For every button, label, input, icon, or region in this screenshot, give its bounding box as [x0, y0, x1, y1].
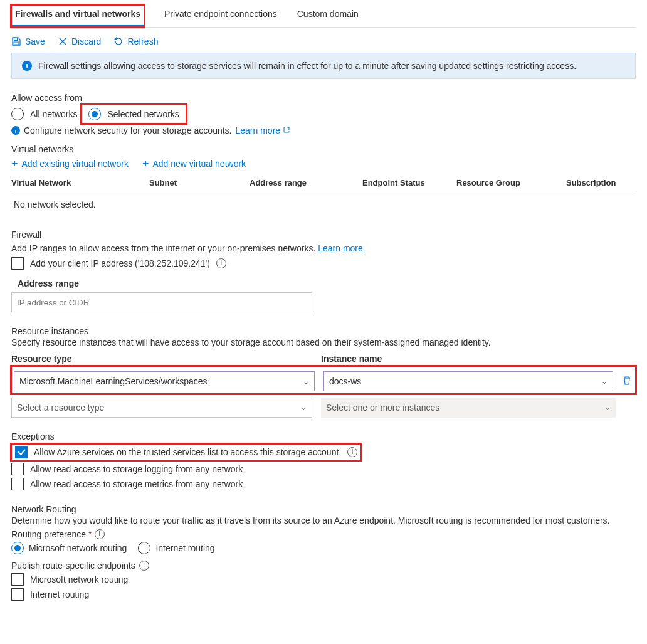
tab-private-endpoints[interactable]: Private endpoint connections — [164, 5, 277, 27]
exception-metrics-label: Allow read access to storage metrics fro… — [30, 479, 243, 489]
col-subnet: Subnet — [149, 178, 250, 187]
resource-instances-desc: Specify resource instances that will hav… — [11, 337, 636, 347]
refresh-label: Refresh — [127, 36, 158, 46]
network-routing-title: Network Routing — [11, 504, 636, 514]
exception-logging-label: Allow read access to storage logging fro… — [30, 464, 243, 474]
chevron-down-icon: ⌄ — [604, 403, 611, 412]
col-resource-type: Resource type — [11, 354, 312, 364]
tab-custom-domain[interactable]: Custom domain — [297, 5, 359, 27]
instance-name-placeholder-select: Select one or more instances ⌄ — [321, 398, 616, 418]
chevron-down-icon: ⌄ — [300, 403, 307, 412]
svg-rect-0 — [14, 38, 18, 41]
add-new-vnet-button[interactable]: + Add new virtual network — [142, 158, 246, 169]
required-asterisk: * — [88, 529, 92, 539]
publish-internet-routing-label: Internet routing — [30, 589, 89, 599]
add-client-ip-checkbox[interactable] — [11, 257, 24, 270]
exception-trusted-services-checkbox[interactable] — [15, 446, 28, 458]
info-icon[interactable]: i — [216, 258, 226, 268]
exceptions-section: Exceptions Allow Azure services on the t… — [11, 431, 636, 490]
tabs-bar: Firewalls and virtual networks Private e… — [11, 0, 636, 28]
vnet-empty-text: No network selected. — [11, 193, 636, 216]
instance-name-placeholder: Select one or more instances — [326, 403, 439, 413]
info-icon[interactable]: i — [347, 447, 357, 457]
learn-more-label: Learn more — [236, 125, 281, 135]
col-resource-group: Resource Group — [456, 178, 566, 187]
save-icon — [11, 36, 21, 46]
save-button[interactable]: Save — [11, 36, 45, 46]
firewall-learn-more-link[interactable]: Learn more. — [318, 243, 365, 253]
tab-firewalls[interactable]: Firewalls and virtual networks — [11, 5, 144, 27]
info-banner: i Firewall settings allowing access to s… — [11, 53, 636, 79]
firewall-title: Firewall — [11, 230, 636, 240]
publish-internet-routing-checkbox[interactable] — [11, 588, 24, 601]
chevron-down-icon: ⌄ — [303, 377, 309, 386]
radio-ms-routing-label: Microsoft network routing — [29, 543, 127, 553]
col-virtual-network: Virtual Network — [11, 178, 149, 187]
firewall-desc: Add IP ranges to allow access from the i… — [11, 243, 315, 253]
radio-internet-routing[interactable] — [138, 542, 150, 554]
info-icon[interactable]: i — [139, 561, 149, 571]
refresh-button[interactable]: Refresh — [113, 36, 158, 46]
publish-endpoints-label: Publish route-specific endpoints — [11, 561, 135, 571]
delete-instance-button[interactable] — [622, 376, 633, 388]
firewall-section: Firewall Add IP ranges to allow access f… — [11, 230, 636, 312]
publish-ms-routing-label: Microsoft network routing — [30, 574, 128, 584]
resource-type-select[interactable]: Microsoft.MachineLearningServices/worksp… — [14, 371, 315, 391]
learn-more-link[interactable]: Learn more — [236, 125, 290, 135]
info-icon[interactable]: i — [95, 529, 105, 539]
radio-internet-routing-label: Internet routing — [155, 543, 214, 553]
publish-ms-routing-checkbox[interactable] — [11, 573, 24, 586]
refresh-icon — [113, 36, 124, 46]
info-icon: i — [22, 61, 32, 71]
instance-name-value: docs-ws — [329, 376, 361, 386]
configure-security-text: Configure network security for your stor… — [24, 125, 232, 135]
external-link-icon — [283, 125, 290, 135]
svg-rect-1 — [14, 42, 19, 45]
routing-pref-label: Routing preference — [11, 529, 86, 539]
allow-access-section: Allow access from All networks Selected … — [11, 93, 636, 135]
allow-access-title: Allow access from — [11, 93, 636, 103]
exception-logging-checkbox[interactable] — [11, 463, 24, 475]
exception-metrics-checkbox[interactable] — [11, 478, 24, 490]
discard-button[interactable]: Discard — [58, 36, 101, 46]
vnet-table-header: Virtual Network Subnet Address range End… — [11, 173, 636, 193]
address-range-input[interactable] — [11, 292, 312, 312]
info-icon: i — [11, 126, 20, 135]
trash-icon — [622, 376, 632, 386]
radio-all-networks[interactable] — [11, 108, 24, 120]
exceptions-title: Exceptions — [11, 431, 636, 441]
resource-type-placeholder-select[interactable]: Select a resource type ⌄ — [11, 398, 312, 418]
resource-instances-section: Resource instances Specify resource inst… — [11, 326, 636, 418]
resource-type-value: Microsoft.MachineLearningServices/worksp… — [19, 376, 208, 386]
col-subscription: Subscription — [566, 178, 636, 187]
resource-instance-row-highlight: Microsoft.MachineLearningServices/worksp… — [11, 366, 636, 394]
vnets-title: Virtual networks — [11, 144, 636, 154]
radio-ms-routing[interactable] — [11, 542, 24, 554]
instance-name-select[interactable]: docs-ws ⌄ — [324, 371, 613, 391]
col-instance-name: Instance name — [321, 354, 636, 364]
x-icon — [58, 36, 68, 46]
network-routing-section: Network Routing Determine how you would … — [11, 504, 636, 601]
vnets-section: Virtual networks + Add existing virtual … — [11, 144, 636, 216]
col-address-range: Address range — [250, 178, 362, 187]
save-label: Save — [25, 36, 45, 46]
discard-label: Discard — [71, 36, 101, 46]
add-existing-vnet-label: Add existing virtual network — [22, 159, 129, 169]
add-new-vnet-label: Add new virtual network — [152, 159, 246, 169]
info-banner-text: Firewall settings allowing access to sto… — [38, 61, 576, 71]
radio-selected-networks-label: Selected networks — [107, 109, 179, 119]
plus-icon: + — [11, 158, 18, 169]
svg-text:i: i — [15, 127, 17, 134]
network-routing-desc: Determine how you would like to route yo… — [11, 515, 636, 525]
toolbar: Save Discard Refresh — [11, 28, 636, 53]
exception-trusted-services-label: Allow Azure services on the trusted serv… — [34, 447, 341, 457]
address-range-label: Address range — [11, 278, 636, 288]
radio-all-networks-label: All networks — [30, 109, 77, 119]
col-endpoint-status: Endpoint Status — [362, 178, 456, 187]
svg-text:i: i — [26, 62, 28, 70]
resource-instances-title: Resource instances — [11, 326, 636, 336]
radio-selected-networks[interactable] — [88, 108, 101, 120]
add-client-ip-label: Add your client IP address ('108.252.109… — [30, 258, 210, 268]
plus-icon: + — [142, 158, 149, 169]
add-existing-vnet-button[interactable]: + Add existing virtual network — [11, 158, 129, 169]
